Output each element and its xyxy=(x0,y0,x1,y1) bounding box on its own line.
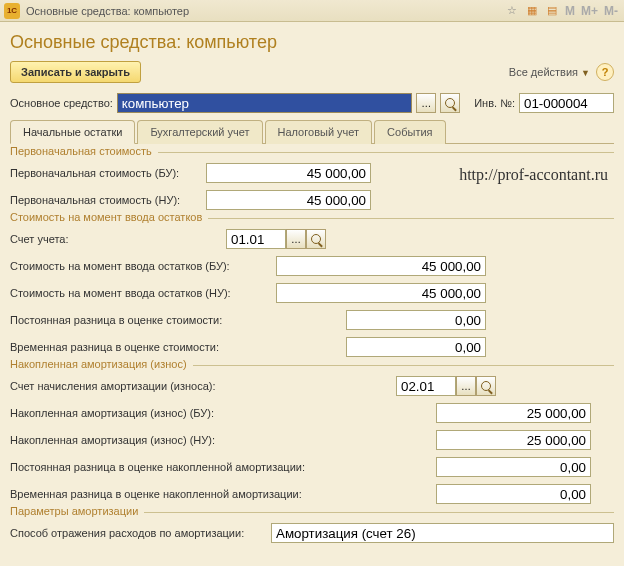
temp-diff-cost-input[interactable] xyxy=(346,337,486,357)
depr-bu-label: Накопленная амортизация (износ) (БУ): xyxy=(10,407,430,419)
tab-tax[interactable]: Налоговый учет xyxy=(265,120,373,144)
depr-nu-input[interactable] xyxy=(436,430,591,450)
search-icon xyxy=(445,98,455,108)
tab-events[interactable]: События xyxy=(374,120,445,144)
page-title: Основные средства: компьютер xyxy=(10,32,614,53)
depr-account-label: Счет начисления амортизации (износа): xyxy=(10,380,390,392)
group-depreciation: Накопленная амортизация (износ) Счет нач… xyxy=(10,365,614,504)
balance-cost-nu-input[interactable] xyxy=(276,283,486,303)
inv-number-input[interactable] xyxy=(519,93,614,113)
calc-icon[interactable]: ▤ xyxy=(543,2,561,20)
balance-cost-bu-label: Стоимость на момент ввода остатков (БУ): xyxy=(10,260,270,272)
account-pick-button[interactable]: … xyxy=(286,229,306,249)
star-icon[interactable]: ☆ xyxy=(503,2,521,20)
depr-bu-input[interactable] xyxy=(436,403,591,423)
tab-initial-balances[interactable]: Начальные остатки xyxy=(10,120,135,144)
group-initial-cost-title: Первоначальная стоимость xyxy=(10,145,158,157)
initial-cost-bu-label: Первоначальная стоимость (БУ): xyxy=(10,167,200,179)
main-asset-pick-button[interactable]: … xyxy=(416,93,436,113)
memory-mplus-button[interactable]: M+ xyxy=(579,4,600,18)
const-diff-cost-label: Постоянная разница в оценке стоимости: xyxy=(10,314,340,326)
inv-number-label: Инв. №: xyxy=(474,97,515,109)
depr-account-pick-button[interactable]: … xyxy=(456,376,476,396)
depr-account-search-button[interactable] xyxy=(476,376,496,396)
help-button[interactable]: ? xyxy=(596,63,614,81)
tabs: Начальные остатки Бухгалтерский учет Нал… xyxy=(10,119,614,144)
all-actions-link[interactable]: Все действия ▼ xyxy=(509,66,590,78)
toolbar: Записать и закрыть Все действия ▼ ? xyxy=(10,61,614,83)
account-input[interactable] xyxy=(226,229,286,249)
expense-method-label: Способ отражения расходов по амортизации… xyxy=(10,527,265,539)
temp-diff-cost-label: Временная разница в оценке стоимости: xyxy=(10,341,340,353)
window-title: Основные средства: компьютер xyxy=(26,5,503,17)
const-diff-cost-input[interactable] xyxy=(346,310,486,330)
initial-cost-nu-input[interactable] xyxy=(206,190,371,210)
titlebar: 1C Основные средства: компьютер ☆ ▦ ▤ M … xyxy=(0,0,624,22)
depr-account-input[interactable] xyxy=(396,376,456,396)
memory-mminus-button[interactable]: M- xyxy=(602,4,620,18)
search-icon xyxy=(311,234,321,244)
app-icon: 1C xyxy=(4,3,20,19)
grid-icon[interactable]: ▦ xyxy=(523,2,541,20)
account-search-button[interactable] xyxy=(306,229,326,249)
group-balance-cost-title: Стоимость на момент ввода остатков xyxy=(10,211,208,223)
initial-cost-nu-label: Первоначальная стоимость (НУ): xyxy=(10,194,200,206)
const-diff-depr-label: Постоянная разница в оценке накопленной … xyxy=(10,461,430,473)
temp-diff-depr-input[interactable] xyxy=(436,484,591,504)
chevron-down-icon: ▼ xyxy=(581,68,590,78)
depr-nu-label: Накопленная амортизация (износ) (НУ): xyxy=(10,434,430,446)
group-params: Параметры амортизации Способ отражения р… xyxy=(10,512,614,543)
main-asset-input[interactable] xyxy=(117,93,412,113)
content: Основные средства: компьютер Записать и … xyxy=(0,22,624,560)
initial-cost-bu-input[interactable] xyxy=(206,163,371,183)
main-asset-label: Основное средство: xyxy=(10,97,113,109)
balance-cost-bu-input[interactable] xyxy=(276,256,486,276)
all-actions-label: Все действия xyxy=(509,66,578,78)
group-depreciation-title: Накопленная амортизация (износ) xyxy=(10,358,193,370)
const-diff-depr-input[interactable] xyxy=(436,457,591,477)
group-balance-cost: Стоимость на момент ввода остатков Счет … xyxy=(10,218,614,357)
header-fields-row: Основное средство: … Инв. №: xyxy=(10,93,614,113)
account-label: Счет учета: xyxy=(10,233,220,245)
tab-accounting[interactable]: Бухгалтерский учет xyxy=(137,120,262,144)
balance-cost-nu-label: Стоимость на момент ввода остатков (НУ): xyxy=(10,287,270,299)
group-params-title: Параметры амортизации xyxy=(10,505,144,517)
save-close-button[interactable]: Записать и закрыть xyxy=(10,61,141,83)
temp-diff-depr-label: Временная разница в оценке накопленной а… xyxy=(10,488,430,500)
titlebar-tools: ☆ ▦ ▤ M M+ M- xyxy=(503,2,620,20)
watermark: http://prof-accontant.ru xyxy=(459,166,608,184)
memory-m-button[interactable]: M xyxy=(563,4,577,18)
expense-method-input[interactable] xyxy=(271,523,614,543)
main-asset-search-button[interactable] xyxy=(440,93,460,113)
search-icon xyxy=(481,381,491,391)
